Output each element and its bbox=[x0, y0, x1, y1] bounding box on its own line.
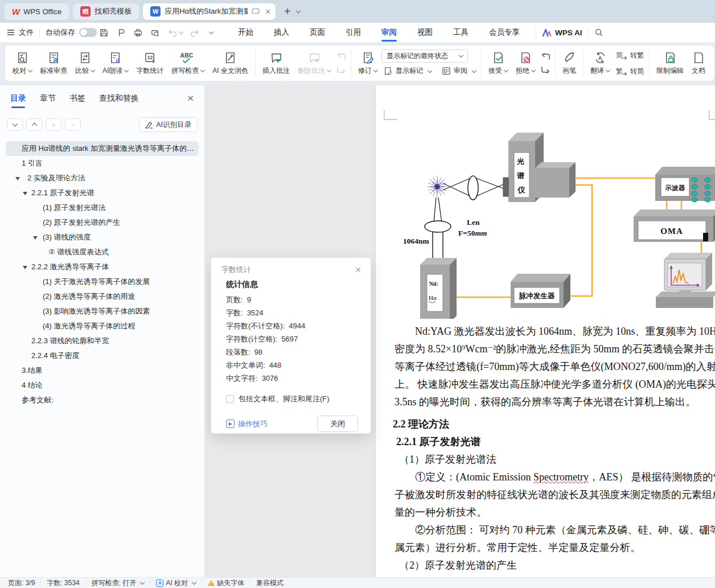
spellcheck-status[interactable]: 拼写检查: 打开 bbox=[92, 578, 145, 588]
tab-list-chevron-icon[interactable] bbox=[295, 9, 300, 13]
brush-icon bbox=[563, 51, 576, 64]
ai-polish-icon bbox=[224, 51, 237, 64]
tab-insert[interactable]: 插入 bbox=[264, 24, 299, 41]
collapse-arrow-icon[interactable] bbox=[33, 236, 38, 240]
print-preview-icon[interactable] bbox=[150, 28, 160, 38]
experiment-setup-diagram: 光 谱 仪 示波器 bbox=[379, 105, 715, 319]
file-menu[interactable]: 文件 bbox=[19, 27, 34, 38]
show-markup-button[interactable]: 显示标记 bbox=[381, 65, 434, 77]
tab-document-active[interactable]: W 应用Hα线的Stark加宽测量激 ✕ bbox=[143, 3, 276, 20]
close-tab-icon[interactable]: ✕ bbox=[265, 7, 271, 16]
ai-polish-button[interactable]: AI 全文润色 bbox=[208, 49, 252, 78]
page-indicator[interactable]: 页面: 3/9 bbox=[8, 578, 35, 588]
document-page[interactable]: 光 谱 仪 示波器 bbox=[376, 85, 715, 577]
tab-page[interactable]: 页面 bbox=[299, 24, 335, 41]
toc-item[interactable]: (3) 谱线的强度 bbox=[0, 230, 204, 245]
export-pdf-icon[interactable] bbox=[116, 28, 126, 38]
proofread-button[interactable]: 校对 bbox=[9, 49, 36, 78]
stat-non-chinese-words: 非中文单词:448 bbox=[226, 359, 357, 372]
ai-read-button[interactable]: AI朗读 bbox=[98, 49, 132, 78]
review-pane-button[interactable]: 审阅 bbox=[439, 65, 478, 77]
sidebar-tab-find-replace[interactable]: 查找和替换 bbox=[99, 93, 139, 104]
include-textbox-checkbox[interactable] bbox=[226, 395, 234, 403]
missing-font-warning[interactable]: 缺失字体 bbox=[208, 578, 244, 588]
markup-state-select[interactable]: 显示标记的最终状态 bbox=[381, 50, 468, 63]
close-button[interactable]: 关闭 bbox=[317, 416, 358, 432]
toc-item-2-2-3[interactable]: 2.2.3 谱线的轮廓和半宽 bbox=[0, 334, 204, 348]
toc-item[interactable]: (1) 关于激光诱导等离子体的发展 bbox=[0, 274, 204, 289]
undo-button[interactable] bbox=[167, 28, 183, 38]
compare-button[interactable]: 比较 bbox=[71, 49, 98, 78]
next-revision-icon[interactable] bbox=[541, 65, 550, 73]
restrict-editing-button[interactable]: 限制编辑 bbox=[652, 49, 688, 78]
to-simplified-button[interactable]: 繁 转简 bbox=[614, 65, 646, 77]
to-traditional-button[interactable]: 简 转繁 bbox=[614, 50, 646, 61]
toc-item-intro[interactable]: 1 引言 bbox=[0, 156, 204, 171]
reject-icon bbox=[519, 51, 532, 64]
toc-item-results[interactable]: 3.结果 bbox=[0, 363, 204, 378]
toc-item[interactable]: (1) 原子发射光谱法 bbox=[0, 200, 204, 215]
toc-item[interactable]: (2) 激光诱导等离子体的用途 bbox=[0, 289, 204, 304]
toc-item[interactable]: (2) 原子发射光谱的产生 bbox=[0, 215, 204, 230]
sidebar-tab-toc[interactable]: 目录 bbox=[10, 93, 26, 104]
tab-wps-office[interactable]: W WPS Office bbox=[5, 3, 69, 20]
insert-comment-button[interactable]: 插入批注 bbox=[258, 49, 294, 78]
close-dialog-icon[interactable]: ✕ bbox=[355, 265, 361, 274]
toc-item-methods[interactable]: 2 实验及理论方法 bbox=[0, 171, 204, 186]
toc-previous-button[interactable] bbox=[26, 118, 42, 131]
toc-item[interactable]: (4) 激光诱导等离子体的过程 bbox=[0, 319, 204, 334]
sidebar-tab-bookmark[interactable]: 书签 bbox=[69, 93, 85, 104]
toc-item-2-2-2[interactable]: 2.2.2 激光诱导等离子体 bbox=[0, 260, 204, 274]
tab-member[interactable]: 会员专享 bbox=[479, 24, 530, 41]
reject-revision-button[interactable]: 拒绝 bbox=[512, 49, 539, 78]
accept-revision-button[interactable]: 接受 bbox=[484, 49, 512, 78]
toc-item-references[interactable]: 参考文献: bbox=[0, 393, 204, 408]
navigation-sidebar: 目录 章节 书签 查找和替换 ✕ + − AI识别目录 应用 Hα谱线的 sta… bbox=[0, 85, 205, 577]
brush-button[interactable]: 画笔 bbox=[558, 49, 580, 78]
collapse-arrow-icon[interactable] bbox=[23, 192, 27, 195]
tab-tools[interactable]: 工具 bbox=[443, 24, 479, 41]
wps-ai-button[interactable]: WPS AI bbox=[542, 28, 582, 37]
track-changes-button[interactable]: 修订 bbox=[354, 49, 381, 78]
divider bbox=[250, 580, 250, 586]
new-tab-button[interactable]: + bbox=[284, 5, 291, 18]
toc-item-2-2-1[interactable]: 2.2.1 原子发射光谱 bbox=[0, 186, 204, 200]
collapse-arrow-icon[interactable] bbox=[15, 177, 20, 180]
word-count-indicator[interactable]: 字数: 3534 bbox=[47, 578, 79, 588]
translate-button[interactable]: A 翻译 bbox=[586, 49, 614, 78]
ai-proofread-status[interactable]: AAI 校对 bbox=[156, 578, 196, 588]
previous-revision-icon[interactable] bbox=[541, 53, 550, 61]
tab-review[interactable]: 审阅 bbox=[371, 24, 407, 41]
compare-icon bbox=[79, 51, 92, 64]
tips-link[interactable]: ▶ 操作技巧 bbox=[226, 419, 268, 429]
focus-lens bbox=[425, 221, 451, 232]
session-monitor-icon[interactable] bbox=[252, 8, 260, 15]
tab-view[interactable]: 视图 bbox=[407, 24, 443, 41]
autosave-toggle[interactable] bbox=[79, 28, 97, 37]
search-icon[interactable] bbox=[594, 28, 603, 37]
ai-recognize-toc-button[interactable]: AI识别目录 bbox=[139, 117, 198, 132]
save-icon[interactable] bbox=[99, 28, 109, 38]
word-count-button[interactable]: 12 字数统计 bbox=[132, 49, 167, 78]
print-icon[interactable] bbox=[133, 28, 143, 38]
close-sidebar-icon[interactable]: ✕ bbox=[187, 93, 194, 104]
tab-reference[interactable]: 引用 bbox=[335, 24, 371, 41]
redo-icon[interactable] bbox=[190, 28, 200, 38]
ribbon-area: 校对 标准审查 比较 AI朗读 12 字数统计 ABC 拼写检查 bbox=[0, 42, 715, 85]
toc-item[interactable]: ② 谱线强度表达式 bbox=[0, 245, 204, 260]
document-permission-button[interactable]: 文档 bbox=[688, 49, 709, 78]
toc-item[interactable]: (3) 影响激光诱导等离子体的因素 bbox=[0, 304, 204, 319]
document-text[interactable]: Nd:YAG 激光器发出波长为 1064nm、脉宽为 10ns、重复频率为 10… bbox=[376, 323, 715, 574]
tab-docer-templates[interactable]: 稻 找稻壳模板 bbox=[73, 3, 139, 20]
toc-item-2-2-4[interactable]: 2.2.4 电子密度 bbox=[0, 348, 204, 363]
collapse-arrow-icon[interactable] bbox=[23, 266, 27, 269]
toc-item-conclusion[interactable]: 4 结论 bbox=[0, 378, 204, 393]
spell-check-button[interactable]: ABC 拼写检查 bbox=[167, 49, 208, 78]
more-commands-chevron-icon[interactable] bbox=[209, 30, 213, 34]
toc-next-button[interactable] bbox=[7, 118, 23, 131]
tab-home[interactable]: 开始 bbox=[228, 24, 264, 41]
sidebar-tab-chapter[interactable]: 章节 bbox=[40, 93, 56, 104]
toc-item-title[interactable]: 应用 Hα谱线的 stark 加宽测量激光诱导等离子体的电 ... bbox=[6, 141, 199, 156]
standard-review-button[interactable]: 标准审查 bbox=[36, 49, 71, 78]
hamburger-icon[interactable] bbox=[7, 29, 15, 36]
